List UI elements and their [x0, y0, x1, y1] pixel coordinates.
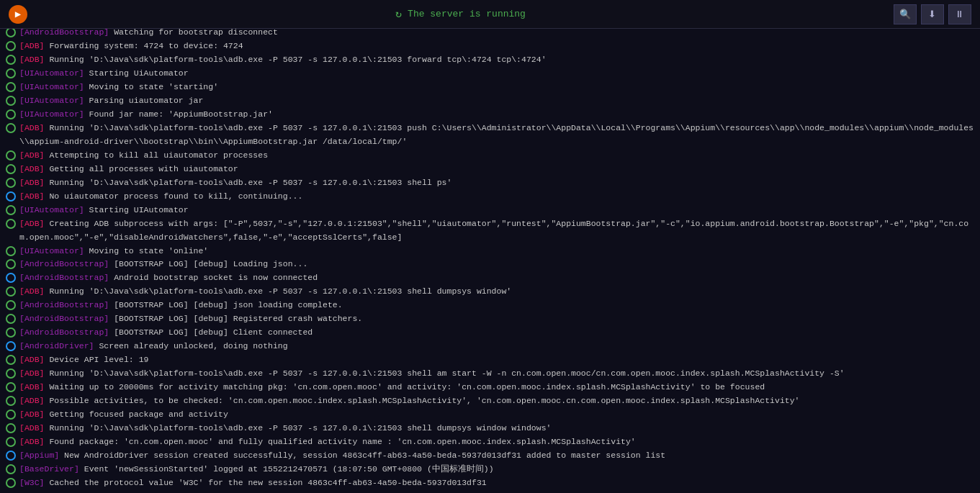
- log-line: [Appium] New AndroidDriver session creat…: [6, 449, 974, 463]
- log-text: [ADB] Found package: 'cn.com.open.mooc' …: [19, 435, 974, 449]
- log-line: [UIAutomator] Moving to state 'starting': [6, 81, 974, 94]
- blue-circle-icon: [6, 273, 16, 283]
- log-text: [UIAutomator] Found jar name: 'AppiumBoo…: [19, 108, 974, 122]
- log-line: [ADB] No uiautomator process found to ki…: [6, 190, 974, 204]
- log-text: [UIAutomator] Parsing uiautomator jar: [19, 94, 974, 108]
- green-circle-icon: [6, 164, 16, 174]
- log-line: [UIAutomator] Moving to state 'online': [6, 245, 974, 258]
- titlebar-buttons: 🔍 ⬇ ⏸: [894, 4, 971, 24]
- log-text: [AndroidBootstrap] [BOOTSTRAP LOG] [debu…: [19, 258, 974, 271]
- log-text: [AndroidBootstrap] [BOOTSTRAP LOG] [debu…: [19, 312, 974, 326]
- log-line: [ADB] Attempting to kill all uiautomator…: [6, 149, 974, 163]
- log-line: [UIAutomator] Found jar name: 'AppiumBoo…: [6, 108, 974, 122]
- blue-circle-icon: [6, 341, 16, 351]
- log-line: [AndroidBootstrap] Watching for bootstra…: [6, 29, 974, 40]
- blue-circle-icon: [6, 451, 16, 461]
- green-circle-icon: [6, 382, 16, 392]
- green-circle-icon: [6, 286, 16, 297]
- green-circle-icon: [6, 96, 16, 106]
- blue-circle-icon: [6, 191, 16, 202]
- green-circle-icon: [6, 327, 16, 338]
- green-circle-icon: [6, 150, 16, 160]
- log-line: [ADB] Getting focused package and activi…: [6, 408, 974, 422]
- green-circle-icon: [6, 300, 16, 310]
- green-circle-icon: [6, 41, 16, 51]
- log-line: [ADB] Device API level: 19: [6, 353, 974, 367]
- refresh-icon: ↻: [395, 7, 402, 21]
- log-text: [AndroidBootstrap] Android bootstrap soc…: [19, 271, 974, 285]
- green-circle-icon: [6, 368, 16, 379]
- server-status-text: The server is running: [408, 9, 526, 19]
- green-circle-icon: [6, 109, 16, 119]
- log-text: [ADB] Device API level: 19: [19, 353, 974, 367]
- green-circle-icon: [6, 29, 16, 37]
- log-text: [UIAutomator] Starting UiAutomator: [19, 67, 974, 81]
- log-text: [AndroidBootstrap] Watching for bootstra…: [19, 29, 974, 40]
- log-line: [ADB] Creating ADB subprocess with args:…: [6, 217, 974, 245]
- log-line: [ADB] Running 'D:\Java\sdk\platform-tool…: [6, 367, 974, 381]
- log-line: [ADB] Running 'D:\Java\sdk\platform-tool…: [6, 122, 974, 149]
- log-text: [ADB] Getting all processes with uiautom…: [19, 163, 974, 176]
- log-text: [AndroidDriver] Screen already unlocked,…: [19, 340, 974, 353]
- log-line: [ADB] Getting all processes with uiautom…: [6, 163, 974, 176]
- log-line: [AndroidBootstrap] [BOOTSTRAP LOG] [debu…: [6, 299, 974, 312]
- green-circle-icon: [6, 478, 16, 488]
- search-button[interactable]: 🔍: [894, 4, 917, 24]
- log-line: [AndroidDriver] Screen already unlocked,…: [6, 340, 974, 353]
- log-line: [ADB] Forwarding system: 4724 to device:…: [6, 40, 974, 53]
- green-circle-icon: [6, 68, 16, 78]
- log-text: [ADB] Running 'D:\Java\sdk\platform-tool…: [19, 367, 974, 381]
- log-line: [ADB] Running 'D:\Java\sdk\platform-tool…: [6, 422, 974, 435]
- log-line: [ADB] Running 'D:\Java\sdk\platform-tool…: [6, 176, 974, 190]
- green-circle-icon: [6, 355, 16, 365]
- green-circle-icon: [6, 423, 16, 433]
- log-text: [UIAutomator] Moving to state 'online': [19, 245, 974, 258]
- green-circle-icon: [6, 410, 16, 420]
- log-text: [ADB] Waiting up to 20000ms for activity…: [19, 381, 974, 394]
- log-line: [ADB] Waiting up to 20000ms for activity…: [6, 381, 974, 394]
- log-text: [ADB] Running 'D:\Java\sdk\platform-tool…: [19, 176, 974, 190]
- green-circle-icon: [6, 82, 16, 92]
- titlebar-left: ▶: [9, 5, 27, 24]
- download-button[interactable]: ⬇: [921, 4, 944, 24]
- green-circle-icon: [6, 55, 16, 65]
- app-logo: ▶: [9, 5, 27, 24]
- log-text: [ADB] No uiautomator process found to ki…: [19, 190, 974, 204]
- log-text: [BaseDriver] Event 'newSessionStarted' l…: [19, 463, 974, 476]
- green-circle-icon: [6, 205, 16, 215]
- log-line: [ADB] Possible activities, to be checked…: [6, 394, 974, 408]
- log-text: [ADB] Running 'D:\Java\sdk\platform-tool…: [19, 122, 974, 149]
- log-line: [AndroidBootstrap] [BOOTSTRAP LOG] [debu…: [6, 312, 974, 326]
- log-line: [AndroidBootstrap] [BOOTSTRAP LOG] [debu…: [6, 258, 974, 271]
- log-line: [ADB] Found package: 'cn.com.open.mooc' …: [6, 435, 974, 449]
- log-text: [ADB] Possible activities, to be checked…: [19, 394, 974, 408]
- log-text: [AndroidBootstrap] [BOOTSTRAP LOG] [debu…: [19, 326, 974, 340]
- server-status-bar: ↻ The server is running: [395, 7, 526, 21]
- log-text: [Appium] New AndroidDriver session creat…: [19, 449, 974, 463]
- log-line: [AndroidBootstrap] [BOOTSTRAP LOG] [debu…: [6, 326, 974, 340]
- log-text: [ADB] Running 'D:\Java\sdk\platform-tool…: [19, 422, 974, 435]
- log-text: [ADB] Forwarding system: 4724 to device:…: [19, 40, 974, 53]
- log-line: [UIAutomator] Starting UIAutomator: [6, 204, 974, 217]
- log-text: [ADB] Attempting to kill all uiautomator…: [19, 149, 974, 163]
- green-circle-icon: [6, 437, 16, 447]
- log-line: [UIAutomator] Starting UiAutomator: [6, 67, 974, 81]
- log-line: [ADB] Running 'D:\Java\sdk\platform-tool…: [6, 285, 974, 299]
- log-text: [ADB] Getting focused package and activi…: [19, 408, 974, 422]
- green-circle-icon: [6, 178, 16, 188]
- log-line: [AndroidBootstrap] Android bootstrap soc…: [6, 271, 974, 285]
- log-text: [AndroidBootstrap] [BOOTSTRAP LOG] [debu…: [19, 299, 974, 312]
- log-line: [ADB] Running 'D:\Java\sdk\platform-tool…: [6, 53, 974, 67]
- titlebar: ▶ ↻ The server is running 🔍 ⬇ ⏸: [0, 0, 980, 29]
- log-text: [UIAutomator] Moving to state 'starting': [19, 81, 974, 94]
- green-circle-icon: [6, 464, 16, 474]
- log-line: [UIAutomator] Parsing uiautomator jar: [6, 94, 974, 108]
- green-circle-icon: [6, 396, 16, 406]
- log-text: [W3C] Cached the protocol value 'W3C' fo…: [19, 476, 974, 490]
- log-text: [ADB] Running 'D:\Java\sdk\platform-tool…: [19, 285, 974, 299]
- log-line: [BaseDriver] Event 'newSessionStarted' l…: [6, 463, 974, 476]
- green-circle-icon: [6, 123, 16, 133]
- green-circle-icon: [6, 314, 16, 324]
- pause-button[interactable]: ⏸: [948, 4, 971, 24]
- log-text: [UIAutomator] Starting UIAutomator: [19, 204, 974, 217]
